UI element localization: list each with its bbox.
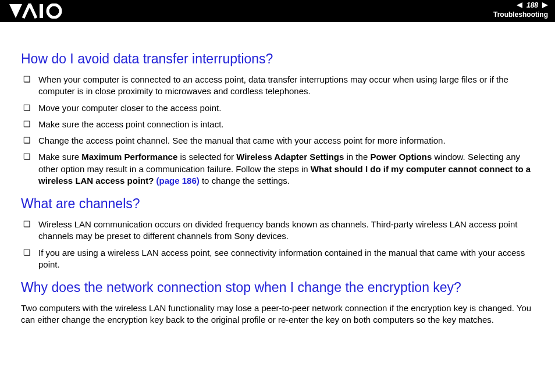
bold-text: Wireless Adapter Settings (236, 152, 344, 162)
list-item: Change the access point channel. See the… (21, 135, 534, 147)
page-nav: 188 (517, 1, 548, 9)
prev-page-icon[interactable] (517, 2, 522, 8)
text: in the (344, 152, 370, 162)
paragraph: Two computers with the wireless LAN func… (21, 302, 534, 326)
list-item: Wireless LAN communication occurs on div… (21, 219, 534, 243)
header-bar: 188 Troubleshooting (0, 0, 555, 22)
text: is selected for (177, 152, 236, 162)
page-content: How do I avoid data transfer interruptio… (0, 22, 555, 326)
list-item: Make sure the access point connection is… (21, 119, 534, 130)
list-item: When your computer is connected to an ac… (21, 74, 534, 98)
page-number: 188 (524, 1, 540, 9)
document-page: 188 Troubleshooting How do I avoid data … (0, 0, 555, 392)
list-data-transfer: When your computer is connected to an ac… (21, 74, 534, 187)
heading-data-transfer: How do I avoid data transfer interruptio… (21, 51, 534, 67)
list-item: If you are using a wireless LAN access p… (21, 247, 534, 271)
list-channels: Wireless LAN communication occurs on div… (21, 219, 534, 270)
bold-text: Maximum Performance (81, 152, 177, 162)
bold-text: Power Options (370, 152, 432, 162)
heading-encryption-key: Why does the network connection stop whe… (21, 280, 534, 295)
section-label: Troubleshooting (493, 10, 548, 19)
next-page-icon[interactable] (542, 2, 548, 8)
heading-channels: What are channels? (21, 196, 534, 212)
list-item: Make sure Maximum Performance is selecte… (21, 151, 534, 187)
list-item: Move your computer closer to the access … (21, 102, 534, 114)
svg-rect-1 (40, 4, 43, 18)
page-link[interactable]: (page 186) (156, 176, 200, 186)
text: to change the settings. (200, 176, 290, 186)
svg-point-2 (48, 5, 61, 17)
vaio-logo (9, 3, 73, 19)
text: Make sure (38, 152, 81, 162)
svg-marker-0 (9, 4, 22, 18)
